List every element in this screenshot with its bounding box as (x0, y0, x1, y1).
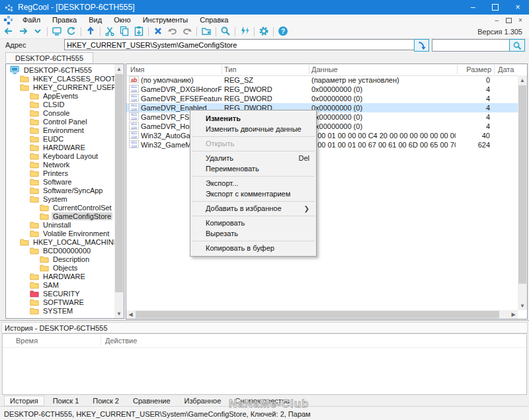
value-row[interactable]: 011110GameDVR_DXGIHonorFSEWind...REG_DWO… (126, 85, 518, 94)
tree-item-hkey-local-machine[interactable]: HKEY_LOCAL_MACHINE (6, 237, 114, 246)
tree-vertical-scrollbar[interactable]: ▲ ▼ (114, 64, 124, 318)
arrow-up-button[interactable] (83, 26, 98, 38)
tree-item-control-panel[interactable]: Control Panel (6, 117, 114, 126)
context-menu-item-экспорт-с-комментарием[interactable]: Экспорт с комментарием (190, 189, 316, 199)
tree-item-software[interactable]: SOFTWARE (6, 298, 114, 306)
gear-button[interactable] (257, 26, 271, 38)
computer-button[interactable] (50, 26, 64, 38)
chevron-down-button[interactable] (30, 26, 45, 38)
tree-item-objects[interactable]: Objects (6, 263, 114, 272)
scroll-down-icon[interactable]: ▼ (518, 301, 527, 310)
context-menu-item-экспорт-[interactable]: Экспорт... (190, 178, 316, 189)
scroll-left-icon[interactable]: ◀ (126, 310, 135, 319)
scroll-up-icon[interactable]: ▲ (114, 64, 124, 73)
scrollbar-thumb[interactable] (518, 85, 526, 284)
filter-input[interactable] (432, 39, 510, 52)
column-separator[interactable] (309, 65, 309, 74)
scrollbar-thumb[interactable] (136, 311, 499, 318)
tree-item-eudc[interactable]: EUDC (6, 134, 114, 143)
bottom-tab-поиск-2[interactable]: Поиск 2 (87, 396, 124, 405)
undo-button[interactable] (165, 26, 180, 38)
menu-вид[interactable]: Вид (83, 16, 108, 24)
list-horizontal-scrollbar[interactable]: ◀ ▶ (126, 310, 518, 319)
redo-button[interactable] (180, 26, 194, 38)
tree-item-gameconfigstore[interactable]: GameConfigStore (6, 212, 114, 220)
new-key-button[interactable] (199, 26, 214, 38)
tree-item-volatile-environment[interactable]: Volatile Environment (6, 229, 114, 237)
delete-button[interactable] (151, 26, 165, 38)
mdi-minimize-button[interactable]: – (491, 17, 503, 24)
paste-button[interactable] (132, 26, 146, 38)
column-header-имя[interactable]: Имя (130, 65, 144, 73)
context-menu-item-изменить-двоичные-данные[interactable]: Изменить двоичные данные (190, 124, 316, 134)
tree-item-keyboard-layout[interactable]: Keyboard Layout (6, 151, 114, 160)
mdi-close-button[interactable]: × (514, 17, 526, 24)
context-menu-item-добавить-в-избранное[interactable]: Добавить в избранное❯ (190, 203, 316, 214)
address-input[interactable] (64, 39, 415, 50)
minimize-button[interactable]: – (462, 0, 484, 15)
bottom-tab-сравнение[interactable]: Сравнение (128, 396, 176, 405)
tree-item-system[interactable]: SYSTEM (6, 306, 114, 315)
tree-item-description[interactable]: Description (6, 255, 114, 263)
value-row[interactable]: 011110GameDVR_HonorUs0x00000000 (0)4 (126, 122, 518, 131)
cut-button[interactable] (102, 26, 117, 38)
column-header-дата[interactable]: Дата (498, 65, 514, 73)
column-header-тип[interactable]: Тип (224, 65, 236, 73)
value-row[interactable]: 011110Win32_AutoGameM2 00 01 00 00 00 C4… (126, 131, 518, 140)
tree-item-uninstall[interactable]: Uninstall (6, 220, 114, 229)
go-button[interactable] (414, 39, 429, 52)
help-button[interactable]: ? (276, 26, 290, 38)
tree-item-security[interactable]: SECURITY (6, 289, 114, 298)
context-menu-item-переименовать[interactable]: Переименовать (190, 163, 316, 174)
maximize-button[interactable] (484, 0, 507, 15)
tree-item-hardware[interactable]: HARDWARE (6, 272, 114, 280)
mdi-restore-button[interactable] (503, 17, 514, 24)
quick-search-button[interactable] (509, 39, 525, 52)
bottom-tab-избранное[interactable]: Избранное (179, 396, 227, 405)
column-separator[interactable] (494, 65, 495, 74)
menu-правка[interactable]: Правка (46, 16, 83, 24)
value-row[interactable]: 011110GameDVR_EnabledREG_DWORD0x00000000… (126, 103, 518, 112)
context-menu-item-удалить[interactable]: УдалитьDel (190, 153, 316, 163)
context-menu-item-копировать-в-буфер[interactable]: Копировать в буфер (190, 243, 316, 253)
value-row[interactable]: 011110GameDVR_FSEBeha0x00000000 (0)4 (126, 112, 518, 122)
close-button[interactable]: × (507, 0, 529, 15)
scroll-up-icon[interactable]: ▲ (518, 75, 527, 85)
tree-item-network[interactable]: Network (6, 160, 114, 169)
column-separator[interactable] (222, 65, 222, 74)
scroll-down-icon[interactable]: ▼ (114, 309, 124, 318)
tree-item-environment[interactable]: Environment (6, 126, 114, 134)
copy-button[interactable] (117, 26, 132, 38)
tab-desktop-6cth555[interactable]: DESKTOP-6CTH555 (5, 52, 93, 63)
tree-item-hkey-current-user[interactable]: HKEY_CURRENT_USER (6, 83, 114, 91)
scrollbar-thumb[interactable] (115, 74, 123, 292)
value-row[interactable]: 011110GameDVR_EFSEFeatureFlagsREG_DWORD0… (126, 94, 518, 103)
tree-item-hkey-classes-root[interactable]: HKEY_CLASSES_ROOT (6, 74, 114, 83)
search-button[interactable] (218, 26, 233, 38)
menu-файл[interactable]: Файл (17, 16, 46, 24)
bottom-tab-поиск-1[interactable]: Поиск 1 (48, 396, 85, 405)
forward-button[interactable] (16, 26, 30, 38)
column-header-размер[interactable]: Размер (437, 65, 491, 73)
context-menu-item-изменить[interactable]: Изменить (190, 113, 316, 124)
tree-item-system[interactable]: System (6, 194, 114, 203)
tree-item-bcd00000000[interactable]: BCD00000000 (6, 246, 114, 255)
value-row[interactable]: ab(по умолчанию)REG_SZ(параметр не устан… (126, 75, 518, 85)
column-header-данные[interactable]: Данные (311, 65, 338, 73)
scroll-right-icon[interactable]: ▶ (509, 310, 518, 319)
bottom-tab-история[interactable]: История (4, 396, 44, 406)
tree-item-clsid[interactable]: CLSID (6, 100, 114, 108)
tree-item-currentcontrolset[interactable]: CurrentControlSet (6, 203, 114, 212)
menu-окно[interactable]: Окно (108, 16, 137, 24)
tree-item-hardware[interactable]: HARDWARE (6, 143, 114, 151)
back-button[interactable] (1, 26, 16, 38)
tree-item-sam[interactable]: SAM (6, 280, 114, 289)
tree-item-software-syncapp[interactable]: Software/SyncApp (6, 186, 114, 194)
lightning-button[interactable] (237, 26, 252, 38)
tree-item-console[interactable]: Console (6, 108, 114, 117)
tree-item-software[interactable]: Software (6, 177, 114, 186)
tree-item-printers[interactable]: Printers (6, 169, 114, 177)
tree-item-desktop-6cth555[interactable]: DESKTOP-6CTH555 (6, 65, 114, 74)
tree-item-appevents[interactable]: AppEvents (6, 91, 114, 100)
menu-инструменты[interactable]: Инструменты (137, 16, 194, 24)
